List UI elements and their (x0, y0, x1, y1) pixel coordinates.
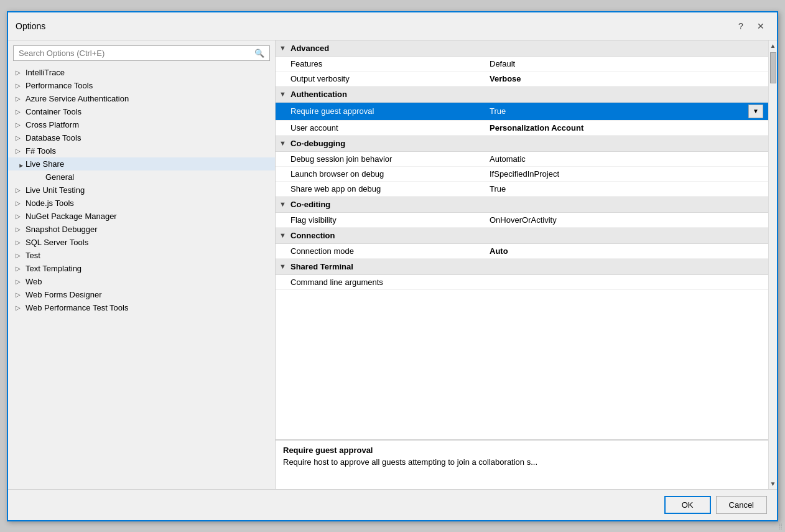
tree-arrow-azure-service-auth: ▷ (16, 95, 26, 102)
tree-arrow-web: ▷ (16, 278, 26, 285)
collapse-icon-advanced: ▼ (279, 44, 288, 52)
setting-value-authentication-0: True (490, 106, 748, 116)
scroll-thumb[interactable] (770, 52, 776, 83)
tree-item-snapshot-debugger[interactable]: ▷Snapshot Debugger (8, 223, 275, 236)
tree-item-web[interactable]: ▷Web (8, 275, 275, 288)
tree-label-cross-platform: Cross Platform (26, 120, 79, 129)
left-panel: 🔍 ▷IntelliTrace▷Performance Tools▷Azure … (8, 40, 276, 489)
title-buttons: ? ✕ (732, 17, 769, 35)
tree-item-general[interactable]: General (8, 170, 275, 184)
tree-arrow-web-performance-test-tools: ▷ (16, 304, 26, 311)
tree-arrow-live-share: ▼ (17, 159, 24, 169)
setting-row-advanced-1[interactable]: Output verbosityVerbose (276, 72, 768, 86)
tree-label-nodejs-tools: Node.js Tools (26, 198, 74, 208)
tree-area: ▷IntelliTrace▷Performance Tools▷Azure Se… (8, 66, 275, 489)
settings-scroll-wrapper: ▼AdvancedFeaturesDefaultOutput verbosity… (276, 40, 777, 489)
bottom-bar: OK Cancel ⣿ (8, 489, 777, 520)
tree-label-web: Web (26, 277, 42, 286)
tree-arrow-nuget-package-manager: ▷ (16, 213, 26, 220)
tree-item-web-forms-designer[interactable]: ▷Web Forms Designer (8, 288, 275, 301)
setting-row-co-debugging-0[interactable]: Debug session join behaviorAutomatic (276, 152, 768, 167)
close-button[interactable]: ✕ (752, 17, 769, 35)
tree-label-text-templating: Text Templating (26, 264, 81, 273)
tree-label-snapshot-debugger: Snapshot Debugger (26, 225, 98, 234)
setting-row-authentication-0[interactable]: Require guest approvalTrue▼ (276, 103, 768, 121)
tree-label-web-forms-designer: Web Forms Designer (26, 290, 102, 299)
search-box[interactable]: 🔍 (13, 45, 270, 61)
section-label-authentication: Authentication (290, 90, 347, 99)
tree-arrow-live-unit-testing: ▷ (16, 187, 26, 194)
tree-arrow-container-tools: ▷ (16, 108, 26, 115)
tree-arrow-intellitrace: ▷ (16, 69, 26, 76)
ok-button[interactable]: OK (664, 496, 711, 514)
search-input[interactable] (19, 49, 254, 58)
setting-row-shared-terminal-0[interactable]: Command line arguments (276, 275, 768, 290)
tree-item-test[interactable]: ▷Test (8, 249, 275, 262)
tree-item-live-share[interactable]: ▼Live Share (8, 157, 275, 170)
setting-name-authentication-1: User account (290, 123, 490, 133)
tree-item-azure-service-auth[interactable]: ▷Azure Service Authentication (8, 92, 275, 105)
tree-item-nuget-package-manager[interactable]: ▷NuGet Package Manager (8, 210, 275, 223)
tree-item-fsharp-tools[interactable]: ▷F# Tools (8, 144, 275, 157)
collapse-icon-connection: ▼ (279, 231, 288, 239)
section-label-co-debugging: Co-debugging (290, 139, 345, 148)
tree-arrow-web-forms-designer: ▷ (16, 291, 26, 298)
tree-item-text-templating[interactable]: ▷Text Templating (8, 262, 275, 275)
section-header-advanced[interactable]: ▼Advanced (276, 40, 768, 57)
section-label-connection: Connection (290, 231, 335, 240)
setting-value-co-debugging-1: IfSpecifiedInProject (490, 169, 763, 179)
setting-row-co-debugging-1[interactable]: Launch browser on debugIfSpecifiedInProj… (276, 167, 768, 182)
tree-label-container-tools: Container Tools (26, 107, 81, 116)
tree-item-intellitrace[interactable]: ▷IntelliTrace (8, 66, 275, 79)
section-header-co-editing[interactable]: ▼Co-editing (276, 197, 768, 213)
tree-item-container-tools[interactable]: ▷Container Tools (8, 105, 275, 118)
setting-value-advanced-0: Default (490, 59, 763, 68)
setting-name-authentication-0: Require guest approval (290, 106, 490, 116)
section-header-shared-terminal[interactable]: ▼Shared Terminal (276, 259, 768, 275)
setting-value-co-editing-0: OnHoverOrActivity (490, 215, 763, 225)
description-title: Require guest approval (283, 446, 761, 455)
setting-name-co-debugging-2: Share web app on debug (290, 184, 490, 194)
tree-arrow-sql-server-tools: ▷ (16, 239, 26, 246)
section-label-co-editing: Co-editing (290, 200, 330, 209)
setting-row-authentication-1[interactable]: User accountPersonalization Account (276, 121, 768, 136)
setting-row-connection-0[interactable]: Connection modeAuto (276, 244, 768, 259)
section-label-advanced: Advanced (290, 44, 329, 53)
title-bar: Options ? ✕ (8, 12, 777, 40)
setting-name-shared-terminal-0: Command line arguments (290, 278, 490, 287)
settings-scroll-inner: ▼AdvancedFeaturesDefaultOutput verbosity… (276, 40, 768, 439)
description-panel: Require guest approval Require host to a… (276, 439, 768, 489)
section-header-connection[interactable]: ▼Connection (276, 228, 768, 244)
section-header-authentication[interactable]: ▼Authentication (276, 86, 768, 103)
dropdown-btn-authentication-0[interactable]: ▼ (748, 105, 763, 118)
setting-value-advanced-1: Verbose (490, 74, 763, 83)
tree-label-test: Test (26, 251, 40, 260)
tree-item-sql-server-tools[interactable]: ▷SQL Server Tools (8, 236, 275, 249)
tree-label-fsharp-tools: F# Tools (26, 146, 56, 156)
tree-item-database-tools[interactable]: ▷Database Tools (8, 131, 275, 144)
tree-item-live-unit-testing[interactable]: ▷Live Unit Testing (8, 184, 275, 197)
setting-row-co-editing-0[interactable]: Flag visibilityOnHoverOrActivity (276, 213, 768, 228)
options-dialog: Options ? ✕ 🔍 ▷IntelliTrace▷Performance … (7, 11, 778, 521)
settings-scrollbar[interactable]: ▲ ▼ (768, 40, 777, 489)
tree-item-web-performance-test-tools[interactable]: ▷Web Performance Test Tools (8, 301, 275, 314)
tree-arrow-database-tools: ▷ (16, 134, 26, 141)
setting-value-connection-0: Auto (490, 246, 763, 256)
section-header-co-debugging[interactable]: ▼Co-debugging (276, 136, 768, 152)
setting-name-advanced-1: Output verbosity (290, 74, 490, 83)
cancel-button[interactable]: Cancel (716, 496, 767, 514)
help-button[interactable]: ? (732, 17, 750, 35)
tree-item-cross-platform[interactable]: ▷Cross Platform (8, 118, 275, 131)
setting-name-co-debugging-1: Launch browser on debug (290, 169, 490, 179)
right-panel: ▼AdvancedFeaturesDefaultOutput verbosity… (276, 40, 777, 489)
scroll-up-arrow[interactable]: ▲ (768, 40, 777, 51)
resize-gripper: ⣿ (778, 523, 783, 530)
tree-item-performance-tools[interactable]: ▷Performance Tools (8, 79, 275, 92)
setting-row-co-debugging-2[interactable]: Share web app on debugTrue (276, 182, 768, 197)
tree-item-nodejs-tools[interactable]: ▷Node.js Tools (8, 197, 275, 210)
tree-arrow-text-templating: ▷ (16, 265, 26, 272)
scroll-down-arrow[interactable]: ▼ (768, 478, 777, 489)
setting-row-advanced-0[interactable]: FeaturesDefault (276, 57, 768, 72)
tree-arrow-test: ▷ (16, 252, 26, 259)
setting-value-authentication-1: Personalization Account (490, 123, 763, 133)
